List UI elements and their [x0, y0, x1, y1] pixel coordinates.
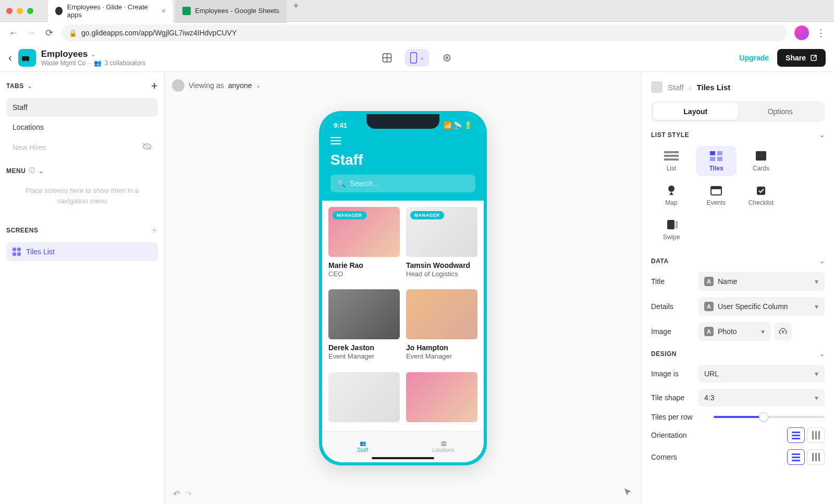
address-bar[interactable]: 🔒 go.glideapps.com/app/WgjlGL7iwz4IHdvpC…: [62, 24, 787, 41]
device-selector[interactable]: ⌄: [405, 49, 430, 67]
tile-item[interactable]: [406, 372, 477, 428]
tab-title: Employees · Glide · Create apps: [67, 3, 155, 19]
menu-section-header[interactable]: MENU ⓘ ⌄: [6, 166, 158, 175]
back-button[interactable]: ‹: [8, 52, 12, 64]
orientation-horizontal[interactable]: [787, 427, 805, 443]
details-field-select[interactable]: A User Specific Column ▾: [698, 297, 825, 316]
tile-item[interactable]: [328, 372, 400, 428]
tab-options[interactable]: Options: [738, 103, 823, 120]
settings-view-button[interactable]: [437, 47, 458, 68]
style-map[interactable]: Map: [651, 180, 692, 211]
style-tiles[interactable]: Tiles: [696, 146, 737, 176]
image-is-select[interactable]: URL ▾: [698, 365, 825, 383]
canvas: Viewing as anyone ⌄ 9:41 📶 📡 🔋 Staff 🔍 S…: [165, 72, 641, 504]
properties-panel: Staff › Tiles List Layout Options LIST S…: [641, 72, 834, 504]
tab-locations[interactable]: Locations: [6, 118, 158, 137]
svg-point-8: [446, 57, 448, 59]
style-swipe[interactable]: Swipe: [651, 215, 692, 245]
component-icon: [651, 81, 663, 93]
browser-tab-active[interactable]: Employees · Glide · Create apps ×: [48, 0, 173, 23]
add-tab-button[interactable]: +: [151, 79, 158, 93]
phone-preview: 9:41 📶 📡 🔋 Staff 🔍 Search... MANAGER Mar…: [319, 111, 487, 465]
slider-thumb[interactable]: [759, 412, 768, 422]
image-field-select[interactable]: A Photo ▾: [698, 322, 771, 341]
column-type-icon: A: [704, 277, 714, 286]
svg-rect-9: [664, 151, 679, 153]
chevron-down-icon: ⌄: [819, 257, 825, 265]
chevron-down-icon: ⌄: [27, 82, 33, 90]
window-controls: [6, 8, 33, 14]
workspace-name[interactable]: Waste Mgmt Co: [41, 59, 86, 67]
svg-rect-20: [757, 187, 765, 195]
breadcrumb-current: Tiles List: [697, 83, 731, 92]
style-list[interactable]: List: [651, 146, 692, 176]
hamburger-menu-icon[interactable]: [330, 137, 341, 144]
browser-tab-strip: Employees · Glide · Create apps × Employ…: [0, 0, 834, 22]
breadcrumb-parent[interactable]: Staff: [668, 83, 684, 92]
screen-tiles-list[interactable]: Tiles List: [6, 242, 158, 261]
list-style-header[interactable]: LIST STYLE ⌄: [651, 131, 825, 139]
home-indicator: [372, 457, 434, 459]
svg-rect-21: [667, 220, 674, 229]
corners-rounded[interactable]: [787, 449, 805, 465]
info-icon[interactable]: ⓘ: [29, 166, 35, 175]
app-menu-chevron-icon[interactable]: ⌄: [91, 51, 96, 58]
external-link-icon: [810, 54, 817, 62]
data-view-button[interactable]: [377, 47, 398, 68]
forward-icon[interactable]: →: [26, 28, 36, 39]
new-tab-button[interactable]: +: [289, 0, 303, 14]
manager-badge: MANAGER: [333, 211, 366, 219]
svg-point-17: [668, 186, 674, 192]
tab-new-hires[interactable]: New Hires: [6, 138, 158, 157]
menu-placeholder: Place screens here to show them in a nav…: [6, 180, 158, 211]
tiles-icon: [13, 248, 21, 256]
browser-tab[interactable]: Employees - Google Sheets: [175, 0, 287, 23]
tile-item[interactable]: Derek Jaston Event Manager: [328, 289, 400, 366]
tabs-section-header[interactable]: TABS ⌄ +: [6, 79, 158, 93]
share-button[interactable]: Share: [777, 49, 826, 67]
title-field-select[interactable]: A Name ▾: [698, 272, 825, 291]
tile-shape-select[interactable]: 4:3 ▾: [698, 389, 825, 407]
tab-layout[interactable]: Layout: [653, 103, 738, 120]
data-header[interactable]: DATA ⌄: [651, 257, 825, 265]
tile-item[interactable]: Jo Hampton Event Manager: [406, 289, 477, 366]
style-events[interactable]: Events: [696, 180, 737, 211]
tile-item[interactable]: MANAGER Marie Rao CEO: [328, 207, 400, 284]
svg-rect-16: [756, 151, 766, 161]
tile-item[interactable]: MANAGER Tamsin Woodward Head of Logistic…: [406, 207, 477, 284]
maximize-window[interactable]: [27, 8, 33, 14]
undo-icon[interactable]: ↶: [173, 489, 180, 499]
svg-point-1: [23, 59, 25, 62]
orientation-vertical[interactable]: [807, 427, 825, 443]
close-window[interactable]: [6, 8, 13, 14]
upgrade-link[interactable]: Upgrade: [739, 54, 769, 62]
column-type-icon: A: [704, 327, 714, 336]
design-header[interactable]: DESIGN ⌄: [651, 350, 825, 358]
hidden-icon: [142, 143, 152, 152]
screens-section-header[interactable]: SCREENS +: [6, 224, 158, 237]
browser-profile-avatar[interactable]: [794, 26, 809, 40]
breadcrumb: Staff › Tiles List: [651, 81, 825, 93]
back-icon[interactable]: ←: [8, 28, 19, 39]
minimize-window[interactable]: [17, 8, 23, 14]
url-text: go.glideapps.com/app/WgjlGL7iwz4IHdvpCUV…: [81, 29, 237, 37]
tiles-per-row-slider[interactable]: [714, 416, 825, 418]
redo-icon[interactable]: ↷: [185, 489, 192, 499]
style-cards[interactable]: Cards: [741, 146, 781, 176]
browser-menu-icon[interactable]: ⋮: [816, 27, 826, 39]
svg-rect-15: [717, 157, 722, 161]
close-tab-icon[interactable]: ×: [162, 7, 166, 15]
style-checklist[interactable]: Checklist: [741, 180, 781, 211]
viewing-as-control[interactable]: Viewing as anyone ⌄: [172, 79, 261, 92]
collaborators-count[interactable]: 3 collaborators: [105, 59, 146, 67]
upload-image-button[interactable]: [774, 323, 792, 340]
corners-square[interactable]: [807, 449, 825, 465]
search-input[interactable]: 🔍 Search...: [330, 175, 475, 192]
app-header: ‹ Employees ⌄ Waste Mgmt Co · 👥 3 collab…: [0, 44, 834, 72]
chevron-down-icon: ▾: [815, 394, 818, 402]
svg-rect-13: [717, 151, 722, 155]
viewer-avatar-icon: [172, 79, 185, 92]
add-screen-button[interactable]: +: [151, 224, 158, 237]
tab-staff[interactable]: Staff: [6, 98, 158, 117]
reload-icon[interactable]: ⟳: [44, 27, 54, 39]
